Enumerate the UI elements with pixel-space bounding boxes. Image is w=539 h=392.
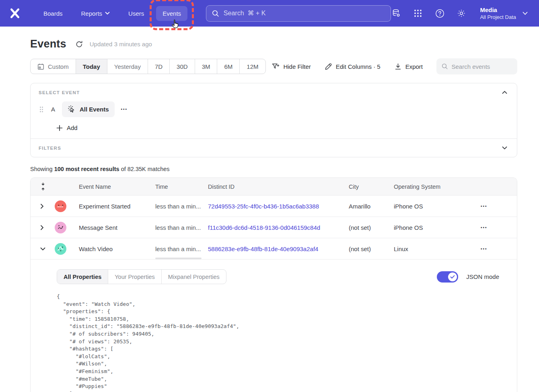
nav-right-group: Media All Project Data <box>391 6 528 21</box>
table-row[interactable]: Experiment Started less than a min... 72… <box>31 196 517 217</box>
edit-columns-label: Edit Columns · 5 <box>336 63 381 70</box>
range-12m[interactable]: 12M <box>239 59 265 74</box>
range-label: 7D <box>155 63 163 70</box>
row-options-menu[interactable]: ••• <box>480 224 507 231</box>
chevron-down-icon <box>523 12 528 15</box>
cell-distinct-id[interactable]: 5886283e-e9fb-48fb-81de-40e9093a2af4 <box>208 246 349 252</box>
download-icon <box>394 63 402 70</box>
global-search-input[interactable] <box>224 10 385 17</box>
range-label: 6M <box>224 63 232 70</box>
add-label: Add <box>67 124 78 131</box>
project-selector[interactable]: Media All Project Data <box>480 6 528 21</box>
nav-item-label: Events <box>163 10 181 17</box>
cell-distinct-id[interactable]: f11c30d6-dc6d-4518-9136-0d046159c84d <box>208 224 349 231</box>
row-options-menu[interactable]: ••• <box>480 245 507 253</box>
refresh-icon[interactable] <box>75 40 83 48</box>
global-search[interactable] <box>206 5 391 22</box>
range-custom[interactable]: Custom <box>31 59 76 74</box>
cell-distinct-id[interactable]: 72d49553-25fc-4f0c-b436-1b5ac6ab3388 <box>208 203 349 210</box>
cell-city: Amarillo <box>349 203 394 210</box>
cell-event-name: Watch Video <box>79 246 155 252</box>
properties-tabs: All Properties Your Properties Mixpanel … <box>57 269 226 284</box>
page-title: Events <box>30 38 66 50</box>
drag-handle-icon[interactable] <box>39 106 44 113</box>
col-header-time[interactable]: Time <box>155 184 208 190</box>
all-events-chip[interactable]: All Events <box>62 101 115 117</box>
cell-os: iPhone OS <box>394 224 480 231</box>
nav-items: Boards Reports Users Events <box>37 6 187 21</box>
col-header-os[interactable]: Operating System <box>394 184 480 190</box>
project-scope: All Project Data <box>480 14 516 21</box>
range-6m[interactable]: 6M <box>217 59 239 74</box>
event-avatar <box>55 200 66 212</box>
pencil-icon <box>325 63 332 70</box>
range-7d[interactable]: 7D <box>148 59 169 74</box>
search-events-input[interactable] <box>451 63 512 70</box>
updated-timestamp: Updated 3 minutes ago <box>90 41 152 47</box>
table-row-expanded[interactable]: Watch Video less than a min... 5886283e-… <box>31 238 517 260</box>
expand-row-chevron-right-icon[interactable] <box>40 225 55 230</box>
collapse-row-chevron-down-icon[interactable] <box>40 247 55 251</box>
expand-filters-chevron-down-icon[interactable] <box>500 144 509 151</box>
nav-item-label: Reports <box>81 10 103 17</box>
results-suffix: of 82.35K matches <box>119 166 170 172</box>
hide-filter-button[interactable]: Hide Filter <box>272 62 311 70</box>
search-icon <box>212 10 219 17</box>
cell-event-name: Message Sent <box>79 224 155 231</box>
filter-funnel-icon <box>272 62 280 70</box>
mixpanel-logo-icon[interactable] <box>8 6 22 20</box>
all-events-label: All Events <box>80 106 109 113</box>
chevron-down-icon <box>105 12 110 15</box>
toggle-knob <box>448 272 457 281</box>
range-label: Yesterday <box>114 63 141 70</box>
cell-city: (not set) <box>349 224 394 231</box>
range-label: Today <box>83 63 100 70</box>
range-today[interactable]: Today <box>76 59 107 74</box>
sparkle-cursor-icon <box>68 105 76 113</box>
cell-os: Linux <box>394 246 480 252</box>
filters-section[interactable]: FILTERS <box>31 138 517 157</box>
events-table: Event Name Time Distinct ID City Operati… <box>30 177 517 392</box>
range-3m[interactable]: 3M <box>195 59 217 74</box>
data-management-icon[interactable] <box>391 8 401 18</box>
add-event-button[interactable]: Add <box>56 124 509 131</box>
nav-item-users[interactable]: Users <box>122 6 150 21</box>
range-label: 3M <box>202 63 210 70</box>
search-icon <box>442 63 448 70</box>
settings-gear-icon[interactable] <box>457 8 466 18</box>
cell-city: (not set) <box>349 246 394 252</box>
col-header-event-name[interactable]: Event Name <box>79 184 155 190</box>
cell-event-name: Experiment Started <box>79 203 155 210</box>
table-header-row: Event Name Time Distinct ID City Operati… <box>31 178 517 196</box>
tab-mixpanel-properties[interactable]: Mixpanel Properties <box>161 270 226 284</box>
range-yesterday[interactable]: Yesterday <box>107 59 148 74</box>
nav-item-label: Users <box>128 10 144 17</box>
search-events-box[interactable] <box>436 58 517 74</box>
plus-icon <box>56 125 63 131</box>
nav-item-reports[interactable]: Reports <box>75 6 117 21</box>
results-prefix: Showing <box>30 166 54 172</box>
export-button[interactable]: Export <box>394 63 423 70</box>
collapse-all-icon[interactable] <box>40 182 55 191</box>
range-label: 12M <box>247 63 258 70</box>
expand-row-chevron-right-icon[interactable] <box>40 204 55 209</box>
edit-columns-button[interactable]: Edit Columns · 5 <box>325 63 381 70</box>
tab-all-properties[interactable]: All Properties <box>57 270 108 284</box>
json-mode-label: JSON mode <box>466 273 499 280</box>
json-mode-toggle[interactable] <box>437 271 458 283</box>
nav-item-label: Boards <box>43 10 63 17</box>
col-header-city[interactable]: City <box>349 184 394 190</box>
event-options-menu[interactable]: ••• <box>120 105 129 113</box>
apps-grid-icon[interactable] <box>413 8 423 18</box>
filters-label: FILTERS <box>39 146 61 151</box>
tab-your-properties[interactable]: Your Properties <box>108 270 161 284</box>
help-icon[interactable] <box>435 8 444 18</box>
nav-item-boards[interactable]: Boards <box>37 6 69 21</box>
col-header-distinct-id[interactable]: Distinct ID <box>208 184 349 190</box>
collapse-section-chevron-up-icon[interactable] <box>500 89 509 96</box>
range-30d[interactable]: 30D <box>169 59 195 74</box>
horizontal-scrollbar-thumb[interactable] <box>155 258 202 259</box>
hide-filter-label: Hide Filter <box>283 63 311 70</box>
row-options-menu[interactable]: ••• <box>480 202 507 210</box>
table-row[interactable]: Message Sent less than a min... f11c30d6… <box>31 217 517 238</box>
